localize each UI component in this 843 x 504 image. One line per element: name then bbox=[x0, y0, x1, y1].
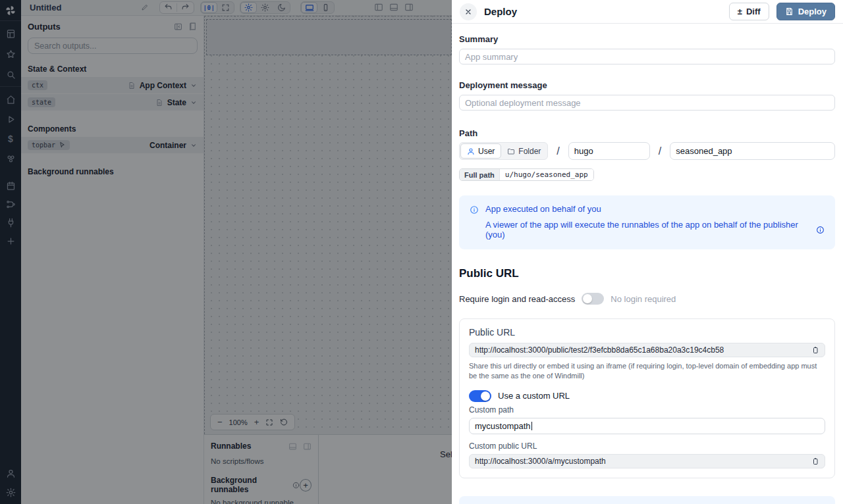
drawer-header: Deploy ± Diff Deploy bbox=[452, 0, 843, 24]
custom-path-label: Custom path bbox=[469, 405, 825, 415]
deploy-button[interactable]: Deploy bbox=[776, 3, 835, 20]
execute-info-title: App executed on behalf of you bbox=[485, 204, 825, 214]
public-url-field[interactable]: http://localhost:3000/public/test2/f3efc… bbox=[469, 343, 825, 357]
deployment-message-label: Deployment message bbox=[459, 80, 835, 90]
path-row: User Folder / / bbox=[459, 142, 835, 160]
public-url-label: Public URL bbox=[469, 327, 825, 338]
custom-public-url-label: Custom public URL bbox=[469, 441, 825, 451]
path-label: Path bbox=[459, 128, 835, 138]
execute-info-box: App executed on behalf of you A viewer o… bbox=[459, 195, 835, 249]
close-icon[interactable] bbox=[460, 3, 477, 20]
path-separator: / bbox=[557, 145, 559, 157]
plus-minus-icon: ± bbox=[738, 7, 742, 16]
clipboard-icon[interactable] bbox=[811, 346, 819, 354]
info-icon[interactable] bbox=[816, 226, 825, 234]
summary-label: Summary bbox=[459, 34, 835, 44]
drawer-dim-overlay[interactable] bbox=[0, 0, 452, 504]
folder-icon bbox=[507, 147, 515, 155]
deployment-message-input[interactable] bbox=[459, 95, 835, 111]
owner-kind-user[interactable]: User bbox=[460, 143, 501, 159]
full-path-value: u/hugo/seasoned_app bbox=[499, 169, 593, 180]
text-caret bbox=[531, 422, 532, 430]
public-url-value: http://localhost:3000/public/test2/f3efc… bbox=[475, 345, 806, 355]
custom-url-toggle-row: Use a custom URL bbox=[469, 390, 825, 402]
drawer-title: Deploy bbox=[484, 6, 517, 17]
diff-button[interactable]: ± Diff bbox=[729, 3, 769, 20]
custom-path-input[interactable]: mycustompath bbox=[469, 418, 825, 434]
share-hint-text: Share this url directly or embed it usin… bbox=[469, 361, 825, 382]
path-owner-input[interactable] bbox=[568, 142, 650, 160]
owner-kind-folder[interactable]: Folder bbox=[501, 143, 547, 159]
drawer-body: Summary Deployment message Path User Fol… bbox=[452, 24, 843, 504]
latest-info-box: Only latest deployed app is publicly ava… bbox=[459, 496, 835, 504]
custom-public-url-field[interactable]: http://localhost:3000/a/mycustompath bbox=[469, 454, 825, 468]
deploy-drawer: Deploy ± Diff Deploy Summary Deployment … bbox=[452, 0, 843, 504]
custom-url-toggle[interactable] bbox=[469, 390, 491, 402]
public-url-card: Public URL http://localhost:3000/public/… bbox=[459, 318, 835, 478]
summary-input[interactable] bbox=[459, 49, 835, 64]
person-icon bbox=[467, 147, 475, 155]
info-icon bbox=[470, 205, 479, 239]
custom-url-toggle-label: Use a custom URL bbox=[498, 391, 570, 401]
save-icon bbox=[785, 7, 794, 16]
login-status-text: No login required bbox=[611, 294, 676, 304]
path-name-input[interactable] bbox=[670, 142, 835, 160]
require-login-label: Require login and read-access bbox=[459, 294, 575, 304]
require-login-row: Require login and read-access No login r… bbox=[459, 293, 835, 305]
require-login-toggle[interactable] bbox=[582, 293, 604, 305]
full-path-pill: Full path u/hugo/seasoned_app bbox=[459, 168, 594, 181]
clipboard-icon[interactable] bbox=[811, 457, 819, 465]
full-path-label: Full path bbox=[460, 169, 499, 180]
public-url-heading: Public URL bbox=[459, 267, 835, 280]
owner-kind-toggle: User Folder bbox=[459, 142, 548, 160]
execute-info-body: A viewer of the app will execute the run… bbox=[485, 220, 811, 239]
path-separator: / bbox=[659, 145, 661, 157]
custom-public-url-value: http://localhost:3000/a/mycustompath bbox=[475, 457, 806, 466]
